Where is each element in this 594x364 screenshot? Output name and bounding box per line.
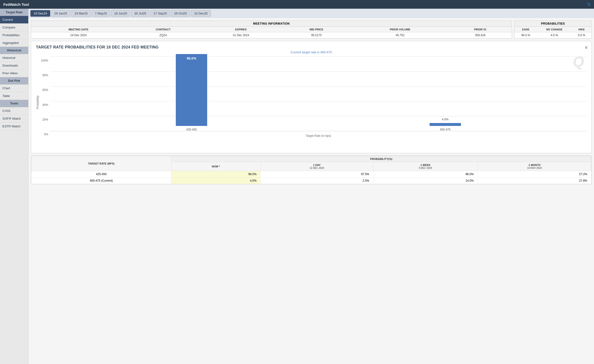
cell-expires: 31 Dec 2024 (200, 32, 281, 38)
sidebar-item-chart[interactable]: Chart (0, 84, 28, 92)
sidebar-item-cvol[interactable]: CVOL (0, 107, 28, 115)
probabilities-header: PROBABILITIES (515, 21, 591, 27)
cell-1day-425-450: 97.5% (261, 171, 373, 178)
sidebar-section-target-rate[interactable]: Target Rate (0, 9, 28, 16)
tab-7may25[interactable]: 7 May25 (92, 10, 110, 17)
sidebar-item-sofr-watch[interactable]: SOFR Watch (0, 115, 28, 123)
bar-450-475 (430, 123, 461, 126)
sidebar-section-dot-plot[interactable]: Dot Plot (0, 77, 28, 84)
x-axis-line (50, 131, 587, 131)
cell-mid-price: 95.5175 (281, 32, 351, 38)
probabilities-table: EASE NO CHANGE HIKE 96.0 % 4.0 % 0.0 % (515, 27, 591, 38)
y-axis-labels: 100% 80% 60% 40% 20% 0% (41, 59, 48, 136)
table-row-425-450: 425-450 96.0% 97.5% 86.0% 27.2% (31, 171, 591, 178)
cell-1week-425-450: 86.0% (373, 171, 478, 178)
cell-rate-425-450: 425-450 (31, 171, 171, 178)
cell-prior-oi: 359,428 (449, 32, 512, 38)
cell-meeting-date: 18 Dec 2024 (31, 32, 126, 38)
col-expires: EXPIRES (200, 27, 281, 32)
bar-x-label-450-475: 450-475 (440, 128, 451, 131)
y-label-80: 80% (42, 74, 48, 77)
y-label-100: 100% (41, 59, 48, 62)
sidebar-item-current[interactable]: Current (0, 16, 28, 24)
chart-menu-icon[interactable]: ≡ (585, 45, 587, 50)
chart-area: TARGET RATE PROBABILITIES FOR 18 DEC 202… (31, 41, 592, 153)
sidebar-item-compare[interactable]: Compare (0, 24, 28, 31)
app-title: FedWatch Tool (3, 2, 29, 7)
th-1day: 1 DAY12 DEC 2024 (261, 162, 373, 171)
tab-10dec25[interactable]: 10 Dec25 (191, 10, 211, 17)
tab-18jun25[interactable]: 18 Jun25 (111, 10, 130, 17)
sidebar-section-tools[interactable]: Tools (0, 100, 28, 107)
probabilities-panel: PROBABILITIES EASE NO CHANGE HIKE 96.0 % (514, 21, 592, 39)
bar-425-450 (176, 54, 207, 126)
bottom-prob-table: TARGET RATE (BPS) PROBABILITY(%) NOW * 1… (31, 156, 592, 184)
cell-hike: 0.0 % (572, 32, 591, 38)
twitter-icon[interactable]: 𝕏 (587, 2, 591, 7)
tab-19mar25[interactable]: 19 Mar25 (71, 10, 91, 17)
chart-subtitle: Current target rate is 450-475 (36, 50, 587, 54)
main-content: 18 Dec24 29 Jan25 19 Mar25 7 May25 18 Ju… (28, 9, 594, 364)
sidebar-section-historical[interactable]: Historical (0, 47, 28, 54)
table-row: 18 Dec 2024 ZQZ4 31 Dec 2024 95.5175 45,… (31, 32, 512, 38)
cell-now-450-475: 4.0% (171, 178, 261, 184)
bar-label-4: 4.0% (442, 118, 448, 121)
cell-no-change: 4.0 % (537, 32, 572, 38)
cell-now-425-450: 96.0% (171, 171, 261, 178)
sidebar-item-prior-hikes[interactable]: Prior Hikes (0, 69, 28, 77)
cell-1week-450-475: 14.0% (373, 178, 478, 184)
meeting-info-panel: MEETING INFORMATION MEETING DATE CONTRAC… (31, 21, 512, 39)
y-label-0: 0% (44, 133, 48, 136)
tab-bar: 18 Dec24 29 Jan25 19 Mar25 7 May25 18 Ju… (28, 9, 594, 18)
col-mid-price: MID PRICE (281, 27, 351, 32)
chart-plot-area: 96.0% 425-450 4.0% (50, 56, 587, 138)
col-meeting-date: MEETING DATE (31, 27, 126, 32)
chart-title: TARGET RATE PROBABILITIES FOR 18 DEC 202… (36, 45, 587, 49)
col-contract: CONTRACT (126, 27, 201, 32)
meeting-info-header: MEETING INFORMATION (31, 21, 512, 27)
probability-table: TARGET RATE (BPS) PROBABILITY(%) NOW * 1… (31, 156, 591, 184)
cell-rate-450-475: 450-475 (Current) (31, 178, 171, 184)
th-probability-header: PROBABILITY(%) (171, 156, 591, 162)
bar-x-label-425-450: 425-450 (186, 128, 197, 131)
sidebar-item-table[interactable]: Table (0, 92, 28, 100)
th-target-rate: TARGET RATE (BPS) (31, 156, 171, 171)
y-label-60: 60% (42, 88, 48, 92)
sidebar-item-estr-watch[interactable]: ESTR Watch (0, 123, 28, 130)
col-no-change: NO CHANGE (537, 27, 572, 32)
col-prior-volume: PRIOR VOLUME (352, 27, 449, 32)
th-now: NOW * (171, 162, 261, 171)
col-ease: EASE (515, 27, 537, 32)
sidebar-item-aggregated[interactable]: Aggregated (0, 39, 28, 47)
th-1month: 1 MONTH14 NOV 2024 (478, 162, 591, 171)
bar-group-425-450: 96.0% 425-450 (176, 54, 207, 131)
x-axis-title: Target Rate (in bps) (50, 134, 587, 137)
table-row: 96.0 % 4.0 % 0.0 % (515, 32, 591, 38)
cell-prior-volume: 45,752 (352, 32, 449, 38)
sidebar: Target Rate Current Compare Probabilitie… (0, 9, 28, 364)
bars-container: 96.0% 425-450 4.0% (50, 56, 587, 131)
y-axis-title: Probability (36, 96, 39, 109)
col-prior-oi: PRIOR OI (449, 27, 512, 32)
tab-29oct25[interactable]: 29 Oct25 (171, 10, 190, 17)
cell-1month-450-475: 27.8% (478, 178, 591, 184)
col-hike: HIKE (572, 27, 591, 32)
app-header: FedWatch Tool 𝕏 (0, 0, 594, 9)
cell-1day-450-475: 2.5% (261, 178, 373, 184)
cell-contract: ZQZ4 (126, 32, 201, 38)
th-1week: 1 WEEK6 DEC 2024 (373, 162, 478, 171)
tab-18dec24[interactable]: 18 Dec24 (30, 10, 50, 17)
table-row-450-475: 450-475 (Current) 4.0% 2.5% 14.0% 27.8% (31, 178, 591, 184)
sidebar-item-probabilities[interactable]: Probabilities (0, 31, 28, 39)
y-label-40: 40% (42, 103, 48, 107)
y-label-20: 20% (42, 118, 48, 121)
bar-label-96: 96.0% (187, 56, 196, 60)
bar-group-450-475: 4.0% 450-475 (430, 123, 461, 131)
cell-ease: 96.0 % (515, 32, 537, 38)
sidebar-item-historical[interactable]: Historical (0, 54, 28, 62)
tab-29jan25[interactable]: 29 Jan25 (51, 10, 71, 17)
sidebar-item-downloads[interactable]: Downloads (0, 62, 28, 69)
tab-30jul25[interactable]: 30 Jul25 (131, 10, 149, 17)
meeting-info-table: MEETING DATE CONTRACT EXPIRES MID PRICE … (31, 27, 512, 38)
tab-17sep25[interactable]: 17 Sep25 (150, 10, 170, 17)
